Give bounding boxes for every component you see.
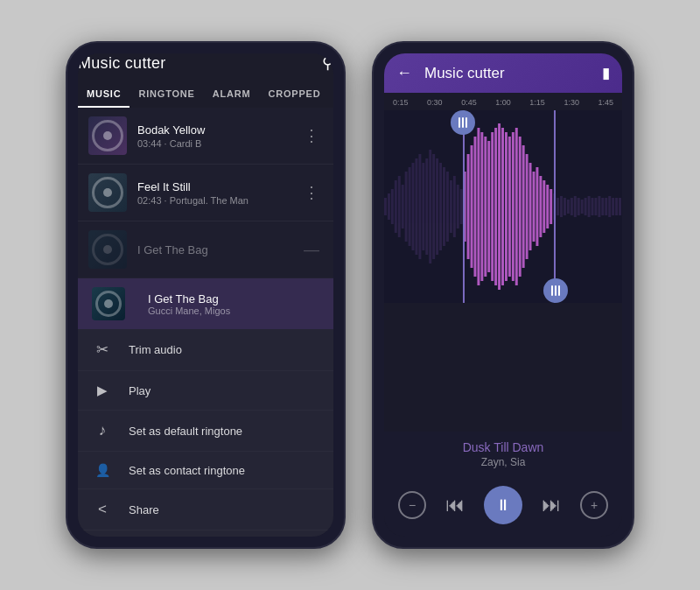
svg-rect-68 <box>619 198 621 215</box>
top-playhead-handle[interactable] <box>451 110 475 135</box>
svg-rect-40 <box>522 145 525 268</box>
svg-rect-44 <box>536 167 538 246</box>
song-title: Bodak Yellow <box>137 123 300 137</box>
timeline-label: 0:15 <box>393 98 409 107</box>
svg-rect-21 <box>457 185 459 228</box>
bottom-playhead[interactable] <box>543 278 568 303</box>
context-trim-item[interactable]: ✂ Trim audio <box>78 329 333 371</box>
context-album-art <box>92 287 125 320</box>
svg-rect-9 <box>415 158 417 255</box>
svg-rect-38 <box>515 128 518 285</box>
contact-icon: 👤 <box>92 463 113 477</box>
tab-alarm[interactable]: ALARM <box>204 81 260 108</box>
timeline-labels: 0:15 0:30 0:45 1:00 1:15 1:30 1:45 <box>384 98 622 107</box>
waveform-container: 0:15 0:30 0:45 1:00 1:15 1:30 1:45 <box>384 93 622 432</box>
svg-rect-30 <box>487 141 490 272</box>
default-ringtone-label: Set as default ringtone <box>129 425 242 438</box>
svg-rect-39 <box>519 137 522 277</box>
svg-rect-46 <box>542 180 545 233</box>
svg-rect-52 <box>564 198 566 215</box>
list-item[interactable]: Bodak Yellow 03:44 · Cardi B ⋮ <box>78 108 333 165</box>
context-play-item[interactable]: ▶ Play <box>78 371 333 411</box>
waveform-area[interactable] <box>384 110 622 303</box>
svg-rect-62 <box>598 196 600 217</box>
trim-label: Trim audio <box>129 343 182 356</box>
tab-ringtone[interactable]: RINGTONE <box>130 81 203 108</box>
svg-rect-31 <box>491 132 494 281</box>
handle-line <box>555 285 556 296</box>
minus-button[interactable]: − <box>398 491 426 519</box>
svg-rect-54 <box>570 198 573 215</box>
svg-rect-4 <box>398 176 401 237</box>
svg-rect-10 <box>418 154 421 259</box>
svg-rect-50 <box>556 198 559 215</box>
timeline-label: 1:45 <box>598 98 613 107</box>
svg-rect-18 <box>446 172 449 242</box>
plus-button[interactable]: + <box>580 491 608 519</box>
album-art-feel <box>88 173 127 212</box>
svg-rect-7 <box>409 167 411 246</box>
svg-rect-53 <box>567 200 570 214</box>
tab-music[interactable]: MUSIC <box>78 81 130 108</box>
back-icon[interactable]: ← <box>396 64 412 82</box>
context-contact-ringtone-item[interactable]: 👤 Set as contact ringtone <box>78 452 333 489</box>
song-meta: 03:44 · Cardi B <box>137 138 300 149</box>
pause-button[interactable]: ⏸ <box>484 486 522 524</box>
list-item[interactable]: Feel It Still 02:43 · Portugal. The Man … <box>78 165 333 221</box>
svg-rect-27 <box>477 128 480 285</box>
song-meta: 02:43 · Portugal. The Man <box>137 195 300 206</box>
bottom-playhead-handle[interactable] <box>543 278 568 303</box>
left-app-title: Music cutter <box>78 54 166 73</box>
svg-rect-65 <box>608 196 611 217</box>
right-app-header: ← Music cutter ▮ ↻ <box>384 53 622 93</box>
svg-rect-3 <box>395 180 397 233</box>
svg-rect-28 <box>480 132 483 281</box>
selection-right-border <box>554 110 556 303</box>
svg-rect-25 <box>471 145 473 268</box>
share-icon: < <box>92 501 113 518</box>
play-label: Play <box>129 384 150 397</box>
svg-rect-35 <box>505 132 508 281</box>
more-icon[interactable]: ⋮ <box>300 123 323 149</box>
context-delete-item[interactable]: 🗑 Delete <box>78 530 333 537</box>
album-art-bag <box>88 230 127 269</box>
contact-ringtone-label: Set as contact ringtone <box>129 464 245 477</box>
ringtone-icon: ♪ <box>92 422 113 439</box>
context-default-ringtone-item[interactable]: ♪ Set as default ringtone <box>78 411 333 452</box>
svg-rect-1 <box>388 193 390 220</box>
tabs-bar: MUSIC RINGTONE ALARM CROPPED <box>78 81 333 108</box>
svg-rect-29 <box>484 137 486 277</box>
context-share-item[interactable]: < Share <box>78 489 333 530</box>
song-title: I Get The Bag <box>137 243 300 256</box>
handle-line <box>466 117 467 128</box>
next-button[interactable]: ⏭ <box>537 491 565 519</box>
svg-rect-61 <box>594 198 597 215</box>
song-info: I Get The Bag <box>137 243 300 256</box>
more-icon[interactable]: ⋮ <box>300 179 323 206</box>
tab-cropped[interactable]: CROPPED <box>259 81 329 108</box>
handle-line <box>558 285 560 296</box>
svg-rect-32 <box>494 128 497 285</box>
music-list: Bodak Yellow 03:44 · Cardi B ⋮ Feel It S… <box>78 108 333 537</box>
search-icon[interactable]: ⚲ <box>322 53 333 73</box>
right-phone: ← Music cutter ▮ ↻ 0:15 0:30 0:45 1:00 1… <box>372 41 634 549</box>
svg-rect-67 <box>615 198 618 215</box>
now-playing-artist: Zayn, Sia <box>398 456 608 468</box>
save-icon[interactable]: ▮ <box>602 64 610 82</box>
song-info: Feel It Still 02:43 · Portugal. The Man <box>137 180 300 206</box>
prev-button[interactable]: ⏮ <box>441 491 469 519</box>
svg-rect-15 <box>436 158 438 255</box>
svg-rect-47 <box>546 185 549 228</box>
top-playhead[interactable] <box>451 110 475 135</box>
timeline-label: 0:30 <box>427 98 443 107</box>
handle-line <box>462 117 464 128</box>
timeline-label: 0:45 <box>461 98 477 107</box>
svg-rect-24 <box>467 154 470 259</box>
waveform-svg <box>384 110 622 303</box>
timeline: 0:15 0:30 0:45 1:00 1:15 1:30 1:45 <box>384 93 622 110</box>
svg-rect-6 <box>405 172 408 242</box>
left-phone: Music cutter ⚲ MUSIC RINGTONE ALARM CROP… <box>66 41 346 549</box>
svg-rect-43 <box>533 172 536 242</box>
svg-rect-51 <box>560 196 563 217</box>
svg-rect-0 <box>384 198 387 215</box>
